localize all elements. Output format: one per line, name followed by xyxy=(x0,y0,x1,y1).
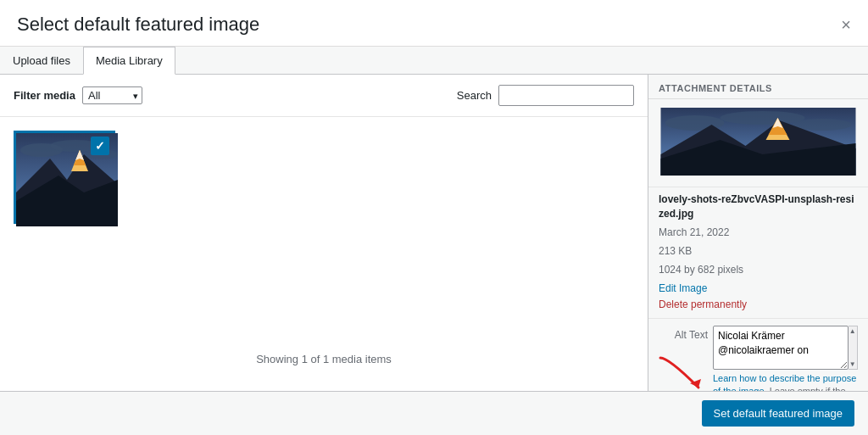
attachment-date: March 21, 2022 xyxy=(659,225,858,240)
media-grid: ✓ xyxy=(14,131,634,224)
search-section: Search xyxy=(457,85,634,106)
filter-select-wrapper: All Images Audio Video xyxy=(82,86,142,104)
alt-text-input[interactable]: Nicolai Krämer @nicolaikraemer on xyxy=(713,326,849,370)
delete-permanently-link[interactable]: Delete permanently xyxy=(659,297,858,313)
edit-image-link[interactable]: Edit Image xyxy=(659,281,858,297)
alt-text-label: Alt Text xyxy=(659,326,708,341)
filter-label: Filter media xyxy=(14,89,75,102)
set-default-featured-image-button[interactable]: Set default featured image xyxy=(702,400,855,427)
selected-check: ✓ xyxy=(91,137,109,155)
media-modal: Select default featured image × Upload f… xyxy=(0,0,868,435)
attachment-meta: lovely-shots-reZbvcVASPI-unsplash-resize… xyxy=(648,187,868,319)
filter-select[interactable]: All Images Audio Video xyxy=(82,86,142,104)
svg-point-11 xyxy=(721,111,805,125)
attachment-sidebar: ATTACHMENT DETAILS xyxy=(648,75,868,391)
attachment-preview xyxy=(648,99,868,187)
attachment-dimensions: 1024 by 682 pixels xyxy=(659,262,858,277)
modal-title: Select default featured image xyxy=(17,14,259,36)
modal-body: Filter media All Images Audio Video Sear… xyxy=(0,75,868,391)
filter-section: Filter media All Images Audio Video xyxy=(14,86,142,104)
scroll-up-icon[interactable]: ▲ xyxy=(849,327,856,335)
tab-media-library[interactable]: Media Library xyxy=(83,47,175,75)
arrow-indicator xyxy=(652,354,711,399)
textarea-wrapper: Nicolai Krämer @nicolaikraemer on ▲ ▼ xyxy=(713,326,858,370)
modal-footer: Set default featured image xyxy=(0,391,868,435)
attachment-links: Edit Image Delete permanently xyxy=(659,281,858,313)
media-item[interactable]: ✓ xyxy=(14,131,115,224)
textarea-scrollbar: ▲ ▼ xyxy=(849,326,858,370)
main-area: Filter media All Images Audio Video Sear… xyxy=(0,75,648,391)
alt-text-input-wrapper: Nicolai Krämer @nicolaikraemer on ▲ ▼ Le… xyxy=(713,326,858,391)
attachment-filename: lovely-shots-reZbvcVASPI-unsplash-resize… xyxy=(659,192,858,221)
media-grid-area: ✓ Showing 1 of 1 media items xyxy=(0,117,648,391)
showing-count: Showing 1 of 1 media items xyxy=(256,353,392,365)
attachment-filesize: 213 KB xyxy=(659,243,858,259)
search-input[interactable] xyxy=(498,85,634,106)
attachment-thumbnail xyxy=(659,108,858,176)
toolbar: Filter media All Images Audio Video Sear… xyxy=(0,75,648,117)
attachment-details-header: ATTACHMENT DETAILS xyxy=(648,75,868,99)
close-button[interactable]: × xyxy=(841,16,851,33)
search-label: Search xyxy=(457,89,492,102)
modal-header: Select default featured image × xyxy=(0,0,868,47)
scroll-down-icon[interactable]: ▼ xyxy=(849,360,856,368)
tab-bar: Upload files Media Library xyxy=(0,47,868,75)
tab-upload-files[interactable]: Upload files xyxy=(0,47,83,75)
alt-text-learn-link[interactable]: Learn how to describe the purpose of the… xyxy=(713,373,856,391)
alt-text-hint: Learn how to describe the purpose of the… xyxy=(713,372,858,391)
